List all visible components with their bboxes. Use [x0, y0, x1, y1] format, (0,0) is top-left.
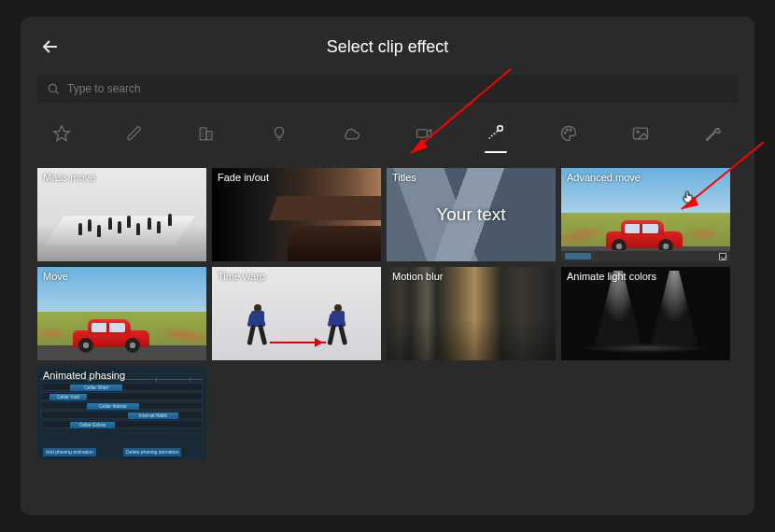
effect-label: Animate light colors — [567, 271, 656, 282]
cloud-icon — [342, 124, 360, 143]
motion-path-icon — [486, 123, 506, 144]
effect-card-fade[interactable]: Fade in/out — [212, 168, 381, 261]
category-color[interactable] — [550, 118, 587, 149]
image-icon — [631, 124, 650, 143]
cursor-hand-icon — [681, 189, 696, 205]
svg-point-10 — [637, 131, 640, 133]
category-tabs — [37, 112, 738, 155]
dialog-window: Select clip effect — [21, 17, 754, 515]
effects-grid: Mass move Fade in/out Your text Titles — [37, 168, 738, 459]
svg-rect-3 — [206, 132, 212, 140]
svg-point-0 — [49, 84, 56, 91]
search-icon — [47, 82, 60, 95]
effect-label: Fade in/out — [218, 172, 269, 183]
arrow-left-icon — [39, 35, 62, 58]
effect-card-mass-move[interactable]: Mass move — [37, 168, 206, 261]
category-motion[interactable] — [477, 118, 514, 149]
add-phasing-button-preview: Add phasing animation — [43, 448, 96, 456]
svg-marker-1 — [54, 126, 70, 141]
building-icon — [198, 125, 215, 142]
svg-point-8 — [570, 129, 571, 131]
pencil-icon — [126, 125, 143, 142]
camera-icon — [415, 124, 433, 143]
header: Select clip effect — [37, 34, 738, 60]
category-weather[interactable] — [332, 118, 370, 149]
search-input[interactable] — [67, 82, 728, 95]
palette-icon — [559, 124, 578, 143]
category-image[interactable] — [622, 118, 659, 149]
category-draw[interactable] — [116, 118, 153, 149]
wrench-icon — [704, 124, 723, 143]
effect-label: Move — [43, 271, 68, 282]
effect-label: Mass move — [43, 172, 95, 183]
category-building[interactable] — [188, 118, 225, 149]
effect-card-animated-phasing[interactable]: Cellar Shell Cellar Void Cellar Interior… — [37, 366, 206, 459]
star-icon — [52, 124, 71, 143]
effect-card-titles[interactable]: Your text Titles — [387, 168, 556, 261]
category-camera[interactable] — [405, 118, 443, 149]
effect-label: Animated phasing — [43, 370, 125, 381]
category-favorites[interactable] — [43, 118, 80, 149]
svg-rect-4 — [416, 130, 427, 137]
effect-label: Advanced move — [567, 172, 641, 183]
page-title: Select clip effect — [63, 37, 712, 57]
effect-card-time-warp[interactable]: Time warp — [212, 267, 381, 360]
category-tools[interactable] — [695, 118, 732, 149]
search-bar[interactable] — [37, 75, 738, 103]
back-button[interactable] — [37, 34, 63, 60]
category-idea[interactable] — [261, 118, 298, 149]
svg-point-5 — [498, 126, 503, 132]
effect-label: Titles — [392, 172, 416, 183]
delete-phasing-button-preview: Delete phasing animation — [123, 448, 181, 456]
svg-point-6 — [564, 132, 566, 133]
effect-card-move[interactable]: Move — [37, 267, 206, 360]
svg-point-7 — [566, 129, 568, 131]
effect-label: Time warp — [218, 271, 265, 282]
effect-card-animate-lights[interactable]: Animate light colors — [561, 267, 730, 360]
effect-card-motion-blur[interactable]: Motion blur — [387, 267, 556, 360]
lightbulb-icon — [271, 125, 288, 142]
effect-label: Motion blur — [392, 271, 443, 282]
effect-card-advanced-move[interactable]: Advanced move — [561, 168, 730, 261]
